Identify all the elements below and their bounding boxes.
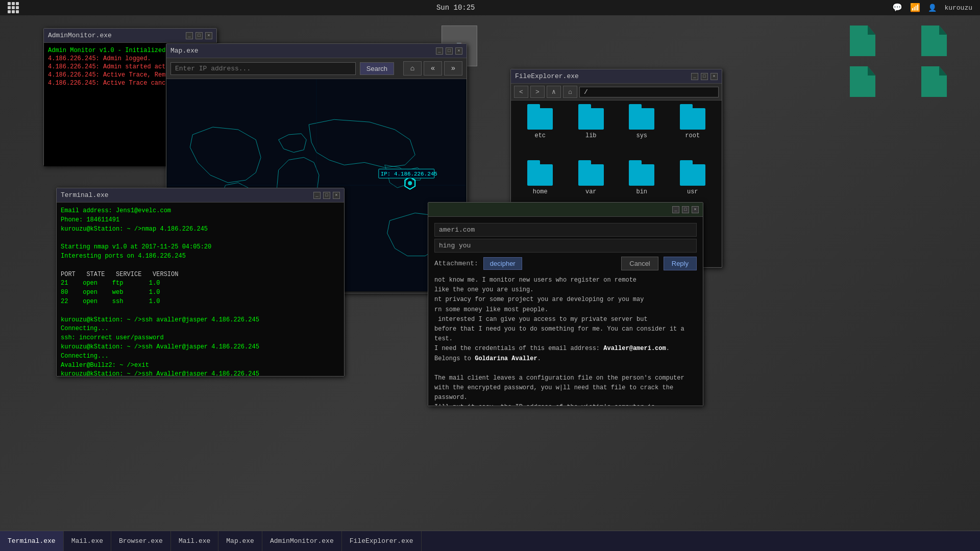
term-13: kurouzu@kStation: ~ />ssh avaller@jasper…: [61, 316, 340, 324]
term-2: Phone: 184611491: [61, 216, 340, 224]
admin-close-btn[interactable]: ×: [205, 32, 212, 39]
terminal-title: Terminal.exe: [61, 191, 109, 199]
taskbar-browser-label: Browser.exe: [119, 537, 163, 545]
fe-back-btn[interactable]: <: [514, 86, 528, 98]
map-home-btn[interactable]: ⌂: [403, 61, 422, 76]
terminal-maximize-btn[interactable]: □: [323, 192, 330, 199]
term-5: Starting nmap v1.0 at 2017-11-25 04:05:2…: [61, 243, 340, 252]
map-close-btn[interactable]: ×: [455, 47, 462, 55]
map-back-btn[interactable]: «: [424, 61, 442, 76]
fe-folder-etc[interactable]: etc: [519, 108, 562, 157]
mail-controls: _ □ ×: [672, 206, 699, 213]
taskbar-adminmonitor[interactable]: AdminMonitor.exe: [262, 531, 342, 551]
fe-folder-lib[interactable]: lib: [570, 108, 613, 157]
taskbar-mail1[interactable]: Mail.exe: [64, 531, 111, 551]
term-11: 22 open ssh 1.0: [61, 297, 340, 306]
folder-icon-usr: [680, 164, 705, 186]
terminal-window: Terminal.exe _ □ × Email address: Jens1@…: [56, 188, 345, 377]
term-7: [61, 261, 340, 270]
mail-titlebar[interactable]: _ □ ×: [428, 203, 703, 217]
fe-maximize-btn[interactable]: □: [701, 73, 708, 80]
mail-body: not know me. I monitor new users who reg…: [434, 276, 697, 406]
mail-decipher-button[interactable]: decipher: [483, 257, 522, 270]
folder-icon-sys: [629, 108, 654, 130]
terminal-controls: _ □ ×: [313, 192, 340, 199]
desktop-icon-4[interactable]: [914, 66, 954, 97]
taskbar-adminmonitor-label: AdminMonitor.exe: [270, 537, 334, 545]
folder-icon-var: [578, 164, 604, 186]
mail-close-btn[interactable]: ×: [692, 206, 699, 213]
taskbar-mail2[interactable]: Mail.exe: [171, 531, 218, 551]
mail-attachment-label: Attachment:: [434, 260, 478, 267]
fe-minimize-btn[interactable]: _: [691, 73, 698, 80]
fe-folder-sys[interactable]: sys: [620, 108, 664, 157]
taskbar-map[interactable]: Map.exe: [218, 531, 262, 551]
file-icon-1: [850, 26, 875, 56]
map-controls: _ □ ×: [436, 47, 462, 55]
folder-icon-etc: [527, 108, 553, 130]
svg-point-4: [408, 181, 412, 185]
fe-folder-usr-label: usr: [687, 188, 698, 195]
fe-home-btn[interactable]: ⌂: [563, 86, 577, 98]
username: kurouzu: [944, 4, 972, 12]
term-16: kurouzu@kStation: ~ />ssh Avaller@jasper…: [61, 343, 340, 352]
mail-subj-value: hing you: [439, 242, 471, 249]
admin-monitor-title: AdminMonitor.exe: [48, 32, 112, 39]
fe-forward-btn[interactable]: >: [530, 86, 545, 98]
map-toolbar: Search ⌂ « »: [166, 58, 467, 79]
admin-minimize-btn[interactable]: _: [186, 32, 193, 39]
desktop-icons-area: [842, 26, 954, 56]
map-ip-input[interactable]: [170, 62, 356, 75]
terminal-titlebar[interactable]: Terminal.exe _ □ ×: [57, 188, 344, 203]
mail-reply-button[interactable]: Reply: [664, 257, 697, 270]
mail-to-value: ameri.com: [439, 226, 475, 234]
taskbar-fileexplorer[interactable]: FileExplorer.exe: [342, 531, 422, 551]
taskbar-mail2-label: Mail.exe: [179, 537, 210, 545]
mail-window: _ □ × ameri.com hing you Attachment: dec…: [428, 202, 703, 406]
mail-maximize-btn[interactable]: □: [682, 206, 689, 213]
fe-folder-root[interactable]: root: [671, 108, 715, 157]
desktop-icon-2[interactable]: [914, 26, 954, 56]
terminal-close-btn[interactable]: ×: [333, 192, 340, 199]
map-minimize-btn[interactable]: _: [436, 47, 443, 55]
desktop-icon-1[interactable]: [842, 26, 883, 56]
svg-text:IP: 4.186.226.245: IP: 4.186.226.245: [381, 171, 437, 177]
topbar-left: [8, 2, 19, 13]
fe-folder-home-label: home: [533, 188, 548, 195]
app-grid-icon[interactable]: [8, 2, 19, 13]
desktop: Sun 10:25 💬 📶 👤 kurouzu 📝 epad: [0, 0, 980, 551]
map-nav-buttons: ⌂ « »: [403, 61, 462, 76]
map-title: Map.exe: [170, 47, 199, 55]
taskbar-fileexplorer-label: FileExplorer.exe: [350, 537, 413, 545]
admin-monitor-titlebar[interactable]: AdminMonitor.exe _ □ ×: [44, 29, 216, 43]
mail-cancel-button[interactable]: Cancel: [621, 257, 658, 270]
map-maximize-btn[interactable]: □: [446, 47, 453, 55]
fe-folder-bin-label: bin: [636, 188, 647, 195]
fe-up-btn[interactable]: ∧: [547, 86, 561, 98]
file-explorer-titlebar[interactable]: FileExplorer.exe _ □ ×: [511, 69, 722, 84]
fe-path-input[interactable]: [579, 87, 719, 97]
map-forward-btn[interactable]: »: [444, 61, 462, 76]
mail-to-field: ameri.com: [434, 223, 697, 237]
terminal-minimize-btn[interactable]: _: [313, 192, 321, 199]
term-19: kurouzu@kStation: ~ />ssh Avaller@jasper…: [61, 370, 340, 376]
user-icon: 👤: [928, 4, 937, 12]
fe-folder-etc-label: etc: [534, 132, 546, 139]
admin-maximize-btn[interactable]: □: [195, 32, 203, 39]
system-time: Sun 10:25: [436, 4, 475, 12]
chat-icon[interactable]: 💬: [892, 3, 902, 13]
term-14: Connecting...: [61, 324, 340, 333]
taskbar: Terminal.exe Mail.exe Browser.exe Mail.e…: [0, 531, 980, 551]
taskbar-browser[interactable]: Browser.exe: [111, 531, 171, 551]
map-titlebar[interactable]: Map.exe _ □ ×: [166, 44, 467, 58]
fe-close-btn[interactable]: ×: [710, 73, 718, 80]
map-search-button[interactable]: Search: [360, 62, 394, 75]
topbar: Sun 10:25 💬 📶 👤 kurouzu: [0, 0, 980, 15]
wifi-icon: 📶: [910, 3, 920, 13]
mail-attachment-row: Attachment: decipher Cancel Reply: [434, 257, 697, 270]
term-15: ssh: incorrect user/password: [61, 334, 340, 342]
admin-monitor-controls: _ □ ×: [186, 32, 212, 39]
desktop-icon-3[interactable]: [842, 66, 883, 97]
taskbar-terminal[interactable]: Terminal.exe: [0, 531, 64, 551]
mail-minimize-btn[interactable]: _: [672, 206, 679, 213]
